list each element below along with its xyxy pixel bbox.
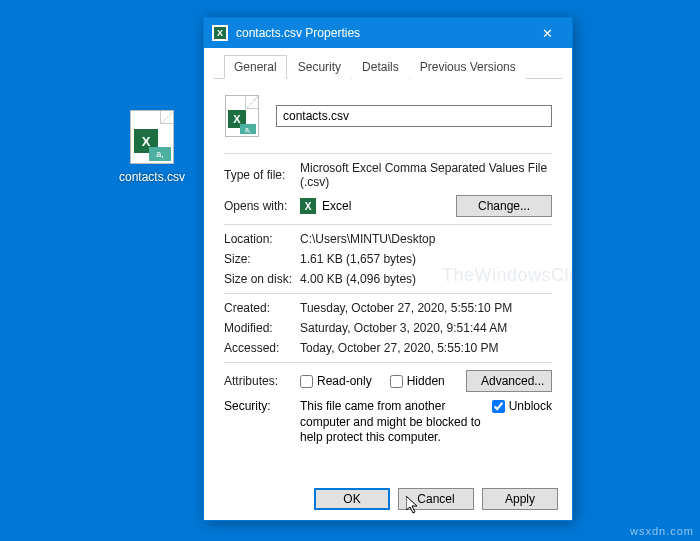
value-location: C:\Users\MINTU\Desktop (300, 232, 552, 246)
tab-content-general: TheWindowsClub Xa, Type of file: Microso… (204, 79, 572, 477)
cancel-button[interactable]: Cancel (398, 488, 474, 510)
hidden-checkbox[interactable]: Hidden (390, 374, 445, 388)
titlebar[interactable]: X contacts.csv Properties ✕ (204, 18, 572, 48)
csv-file-icon: Xa, (128, 110, 176, 166)
desktop-file-contacts[interactable]: Xa, contacts.csv (112, 110, 192, 184)
tab-security[interactable]: Security (288, 55, 351, 79)
value-openswith: Excel (322, 199, 351, 213)
label-attributes: Attributes: (224, 374, 300, 388)
advanced-button[interactable]: Advanced... (466, 370, 552, 392)
desktop-file-label: contacts.csv (112, 170, 192, 184)
change-button[interactable]: Change... (456, 195, 552, 217)
excel-file-icon: X (212, 25, 228, 41)
tab-previous-versions[interactable]: Previous Versions (410, 55, 526, 79)
label-openswith: Opens with: (224, 199, 300, 213)
apply-button[interactable]: Apply (482, 488, 558, 510)
label-created: Created: (224, 301, 300, 315)
filename-input[interactable] (276, 105, 552, 127)
tab-details[interactable]: Details (352, 55, 409, 79)
value-sizeondisk: 4.00 KB (4,096 bytes) (300, 272, 552, 286)
value-created: Tuesday, October 27, 2020, 5:55:10 PM (300, 301, 552, 315)
close-button[interactable]: ✕ (530, 21, 564, 45)
value-typeoffile: Microsoft Excel Comma Separated Values F… (300, 161, 552, 189)
value-modified: Saturday, October 3, 2020, 9:51:44 AM (300, 321, 552, 335)
label-accessed: Accessed: (224, 341, 300, 355)
ok-button[interactable]: OK (314, 488, 390, 510)
tab-general[interactable]: General (224, 55, 287, 79)
excel-app-icon: X (300, 198, 316, 214)
security-description: This file came from another computer and… (300, 399, 492, 446)
value-size: 1.61 KB (1,657 bytes) (300, 252, 552, 266)
readonly-checkbox[interactable]: Read-only (300, 374, 372, 388)
properties-dialog: X contacts.csv Properties ✕ General Secu… (203, 17, 573, 521)
label-security: Security: (224, 399, 300, 413)
label-modified: Modified: (224, 321, 300, 335)
label-sizeondisk: Size on disk: (224, 272, 300, 286)
dialog-footer: OK Cancel Apply (204, 477, 572, 521)
dialog-title: contacts.csv Properties (236, 26, 530, 40)
label-size: Size: (224, 252, 300, 266)
file-type-icon: Xa, (224, 95, 260, 137)
label-location: Location: (224, 232, 300, 246)
tab-strip: General Security Details Previous Versio… (214, 48, 562, 79)
unblock-checkbox[interactable]: Unblock (492, 399, 552, 413)
value-accessed: Today, October 27, 2020, 5:55:10 PM (300, 341, 552, 355)
label-typeoffile: Type of file: (224, 168, 300, 182)
site-watermark: wsxdn.com (630, 525, 694, 537)
